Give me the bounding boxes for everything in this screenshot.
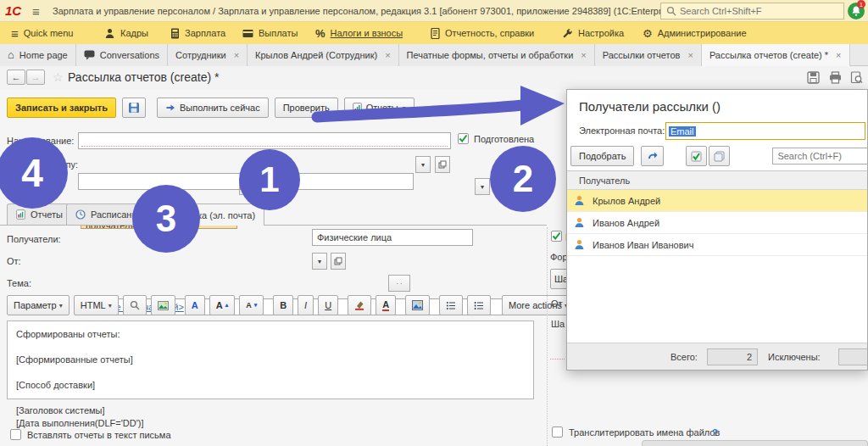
button-label: Подобрать xyxy=(579,151,626,161)
menu-zarplata[interactable]: Зарплата xyxy=(166,22,230,44)
close-icon[interactable]: × xyxy=(836,50,841,60)
numbered-list-button[interactable] xyxy=(467,295,491,315)
panel-divider xyxy=(547,227,548,446)
gear-icon: ⚙ xyxy=(643,27,653,40)
from-open-button[interactable] xyxy=(331,253,346,270)
menu-kadry[interactable]: Кадры xyxy=(100,22,153,44)
html-mode-button[interactable]: HTML▾ xyxy=(74,295,119,315)
recipient-row[interactable]: Иванов Андрей xyxy=(567,212,868,234)
prepared-checkbox[interactable] xyxy=(458,133,469,144)
recipients-label: Получатели: xyxy=(7,234,61,244)
font-button[interactable]: A xyxy=(185,295,205,315)
recipient-name: Крылов Андрей xyxy=(593,196,660,206)
help-icon[interactable]: ? xyxy=(712,427,718,438)
menu-quick-menu[interactable]: ≡ Quick menu xyxy=(7,22,77,44)
menu-otchetnost[interactable]: Отчетность, справки xyxy=(426,22,538,44)
font-decrease-button[interactable]: A▾ xyxy=(239,295,264,315)
menu-administrirovanie[interactable]: ⚙ Администрирование xyxy=(638,22,751,44)
close-icon[interactable]: × xyxy=(687,50,693,60)
print-icon[interactable] xyxy=(829,71,842,84)
close-icon[interactable]: × xyxy=(234,50,239,60)
forward-button[interactable]: → xyxy=(26,70,45,85)
right-checkbox-fragment[interactable] xyxy=(551,231,562,242)
uncheck-all-button[interactable] xyxy=(709,146,730,166)
select-value: Физические лица xyxy=(317,232,392,243)
tab-home-page[interactable]: ⌂ Home page xyxy=(0,44,76,66)
notifications-bell-icon[interactable]: 1 xyxy=(848,3,865,20)
recipient-row[interactable]: Иванов Иван Иванович xyxy=(567,234,868,256)
menu-vyplaty[interactable]: Выплаты xyxy=(238,22,302,44)
subject-more-button[interactable]: · · xyxy=(388,275,410,292)
insert-reports-checkbox[interactable] xyxy=(10,429,21,440)
check-button[interactable]: Проверить xyxy=(275,98,338,118)
parameter-button[interactable]: Параметр▾ xyxy=(7,295,70,315)
tab-rassylki-otchetov[interactable]: Рассылки отчетов × xyxy=(595,44,702,66)
email-body-editor[interactable]: Сформированы отчеты: [Сформированные отч… xyxy=(7,321,534,399)
run-now-button[interactable]: Выполнить сейчас xyxy=(157,98,269,118)
picture-icon xyxy=(412,300,423,310)
global-search-input[interactable] xyxy=(680,6,824,16)
save-icon[interactable] xyxy=(807,71,820,84)
annotation-circle-3: 3 xyxy=(132,185,200,253)
insert-picture-button[interactable] xyxy=(405,295,430,315)
save-button[interactable] xyxy=(122,98,146,118)
editor-toolbar: Параметр▾ HTML▾ A A▴ A▾ B I U А More act… xyxy=(7,295,575,315)
onec-logo: 1С xyxy=(5,3,21,18)
recipient-column-header[interactable]: Получатель xyxy=(567,170,868,190)
menu-label: Администрирование xyxy=(658,28,747,38)
highlight-color-button[interactable] xyxy=(348,295,371,315)
tab-rassylka-create[interactable]: Рассылка отчетов (create) * × xyxy=(702,44,850,66)
menu-nastroyka[interactable]: Настройка xyxy=(558,22,628,44)
font-color-button[interactable]: А xyxy=(376,295,396,315)
recipients-kind-select[interactable]: Физические лица xyxy=(312,229,473,246)
reports-button[interactable]: Отчеты ▾ xyxy=(344,98,415,118)
people-icon xyxy=(104,28,115,39)
email-input[interactable]: Email xyxy=(665,122,865,140)
from-dropdown-button[interactable]: ▾ xyxy=(312,253,327,270)
group-open-button[interactable] xyxy=(435,156,450,173)
tab-label: Home page xyxy=(19,50,68,60)
save-and-close-button[interactable]: Записать и закрыть xyxy=(7,98,116,118)
preview-icon[interactable] xyxy=(850,71,863,84)
button-label: Параметр xyxy=(14,300,57,310)
pick-button[interactable]: Подобрать xyxy=(570,146,634,166)
recipient-row[interactable]: Крылов Андрей xyxy=(567,190,868,212)
underline-button[interactable]: U xyxy=(318,295,338,315)
bold-button[interactable]: B xyxy=(273,295,293,315)
chat-icon xyxy=(84,50,95,60)
more-actions-button[interactable]: More actions▾ xyxy=(502,295,575,315)
main-menu-hamburger-icon[interactable]: ≡ xyxy=(32,4,40,19)
tab-sotrudniki[interactable]: Сотрудники × xyxy=(168,44,248,66)
group-dropdown-button[interactable]: ▾ xyxy=(415,156,431,173)
close-icon[interactable]: × xyxy=(581,50,586,60)
check-all-button[interactable] xyxy=(686,146,707,166)
chevron-down-icon: ▾ xyxy=(59,302,63,309)
preview-zoom-button[interactable] xyxy=(123,295,147,315)
button-label: Записать и закрыть xyxy=(15,103,108,113)
insert-reports-label: Вставлять отчеты в текст письма xyxy=(27,430,171,440)
menu-nalogi[interactable]: % Налоги и взносы xyxy=(311,22,407,44)
menu-label: Выплаты xyxy=(259,28,298,38)
close-icon[interactable]: × xyxy=(385,50,390,60)
recipients-kind-dropdown-button[interactable]: ▾ xyxy=(475,178,490,195)
tab-pechatnye-formy[interactable]: Печатные формы, отчеты и обработки × xyxy=(399,44,595,66)
dialog-search-box[interactable] xyxy=(772,148,868,164)
bullet-list-button[interactable] xyxy=(439,295,463,315)
subject-label: Тема: xyxy=(7,278,31,288)
back-button[interactable]: ← xyxy=(7,70,25,85)
annotation-circle-4: 4 xyxy=(0,137,68,209)
transliterate-checkbox[interactable] xyxy=(552,426,563,438)
tab-conversations[interactable]: Conversations xyxy=(76,44,168,66)
italic-button[interactable]: I xyxy=(298,295,314,315)
reread-button[interactable] xyxy=(641,146,664,166)
percent-icon: % xyxy=(315,27,326,40)
insert-image-button[interactable] xyxy=(151,295,175,315)
global-search-box[interactable] xyxy=(660,3,844,20)
tab-krylov[interactable]: Крылов Андрей (Сотрудник) × xyxy=(248,44,398,66)
dialog-search-input[interactable] xyxy=(777,151,862,161)
required-underline-fragment xyxy=(550,354,565,360)
favorite-star-icon[interactable]: ☆ xyxy=(53,70,64,84)
chevron-down-icon: ▾ xyxy=(318,258,321,265)
name-input[interactable] xyxy=(78,132,451,149)
font-increase-button[interactable]: A▴ xyxy=(209,295,235,315)
